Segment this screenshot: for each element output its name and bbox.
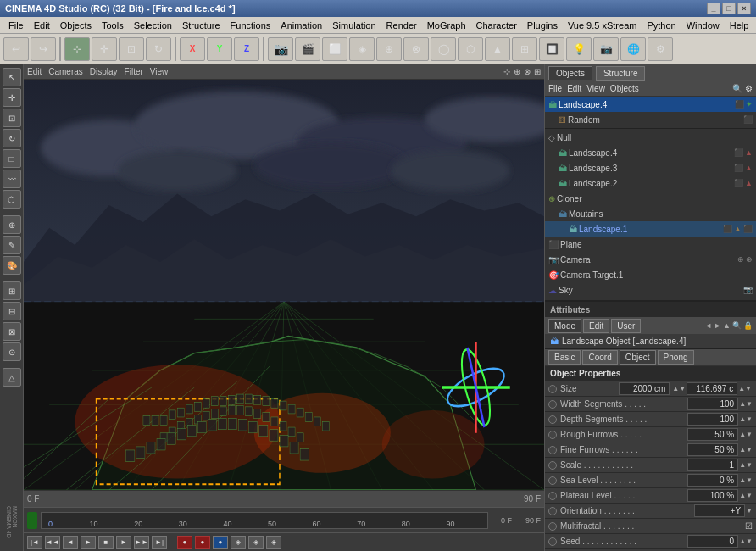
lt-rotate[interactable]: ↻ [3,129,21,147]
tool12[interactable]: 🌐 [620,37,646,61]
menu-mograph[interactable]: MoGraph [422,19,471,32]
obj-hdr-file[interactable]: File [548,84,562,93]
vh-filter[interactable]: Filter [125,67,143,76]
lt-measure[interactable]: ⊙ [3,342,21,361]
tool10[interactable]: 💡 [566,37,592,61]
attr-nav-up[interactable]: ▲ [723,321,731,330]
pb-record2[interactable]: ● [195,536,210,549]
attr-tab-edit[interactable]: Edit [583,319,609,333]
pb-stop[interactable]: ■ [98,536,114,549]
attr-search-icon[interactable]: 🔍 [732,321,742,330]
obj-hdr-view[interactable]: View [586,84,605,93]
pb-key3[interactable]: ◈ [248,536,264,549]
attr-tab-mode[interactable]: Mode [548,319,581,333]
x-axis-button[interactable]: X [180,37,205,61]
attr-nav-next[interactable]: ► [714,321,721,330]
lt-select[interactable]: ↖ [3,68,21,86]
obj-item-camera-target[interactable]: 🎯 Camera Target.1 [545,267,756,282]
timeline-indicator[interactable] [27,512,37,529]
obj-item-landscape4-null[interactable]: 🏔 Landscape.4 ⬛ ▲ [545,145,756,160]
pb-next-key[interactable]: ►► [134,536,149,549]
vh-icon1[interactable]: ⊹ [503,67,510,76]
vh-display[interactable]: Display [90,67,118,76]
select-tool[interactable]: ⊹ [64,37,90,61]
menu-functions[interactable]: Functions [225,19,276,32]
lt-scale[interactable]: ⊡ [3,109,21,127]
lt-brush[interactable]: ✎ [3,236,21,254]
tab-objects[interactable]: Objects [548,66,592,80]
menu-character[interactable]: Character [471,19,522,32]
tool2[interactable]: ◈ [349,37,375,61]
timeline-ruler[interactable]: 0 10 20 30 40 50 60 70 80 90 [41,512,488,529]
y-axis-button[interactable]: Y [207,37,232,61]
lt-box[interactable]: □ [3,149,21,168]
pb-play[interactable]: ► [81,536,96,549]
tool7[interactable]: ▲ [485,37,510,61]
menu-window[interactable]: Window [681,19,725,32]
vh-icon4[interactable]: ⊞ [534,67,541,76]
attr-prop-tab-coord[interactable]: Coord [582,350,617,365]
obj-item-landscape1[interactable]: 🏔 Landscape.1 ⬛ ▲ ⬛ [545,221,756,237]
tool4[interactable]: ⊗ [403,37,429,61]
lt-magnet[interactable]: ⊕ [3,215,21,234]
scale-tool[interactable]: ⊡ [119,37,144,61]
vh-edit[interactable]: Edit [27,67,42,76]
menu-python[interactable]: Python [642,19,681,32]
anim-button[interactable]: 🎬 [295,37,320,61]
tool3[interactable]: ⊕ [376,37,402,61]
attr-lock-icon[interactable]: 🔒 [743,321,753,330]
obj-item-mountains[interactable]: 🏔 Moutains [545,206,756,221]
menu-simulation[interactable]: Simulation [327,19,381,32]
tool5[interactable]: ◯ [431,37,456,61]
lt-axis[interactable]: ⊞ [3,281,21,300]
tool13[interactable]: ⚙ [648,37,673,61]
undo-button[interactable]: ↩ [3,37,29,61]
obj-settings-icon[interactable]: ⚙ [745,84,753,93]
vh-cameras[interactable]: Cameras [48,67,83,76]
pb-key2[interactable]: ◈ [231,536,246,549]
vh-view[interactable]: View [150,67,169,76]
pb-end[interactable]: ►| [152,536,167,549]
render-button[interactable]: 📷 [268,37,293,61]
menu-file[interactable]: File [3,19,29,32]
maximize-button[interactable]: □ [722,3,736,14]
minimize-button[interactable]: _ [707,3,720,14]
redo-button[interactable]: ↪ [31,37,56,61]
rotate-tool[interactable]: ↻ [146,37,171,61]
obj-hdr-objects[interactable]: Objects [610,84,639,93]
obj-item-landscape4-top[interactable]: 🏔 Landscape.4 ⬛ ✦ [545,97,756,112]
obj-item-cloner[interactable]: ⊕ Cloner [545,191,756,206]
tab-structure[interactable]: Structure [596,66,646,81]
obj-item-random[interactable]: ⚄ Random ⬛ [545,112,756,127]
menu-vue[interactable]: Vue 9.5 xStream [563,19,642,32]
lt-snap[interactable]: ⊠ [3,322,21,341]
lt-scene[interactable]: △ [3,368,21,387]
menu-tools[interactable]: Tools [97,19,129,32]
pb-next[interactable]: ► [116,536,131,549]
vh-icon3[interactable]: ⊗ [524,67,531,76]
menu-help[interactable]: Help [725,19,754,32]
attr-prop-tab-basic[interactable]: Basic [548,350,581,365]
tool9[interactable]: 🔲 [539,37,564,61]
z-axis-button[interactable]: Z [234,37,259,61]
pb-key4[interactable]: ◈ [266,536,281,549]
close-button[interactable]: × [737,3,751,14]
viewport-3d[interactable]: Perspective [24,80,544,490]
pb-key1[interactable]: ● [213,536,228,549]
attr-prop-tab-phong[interactable]: Phong [658,350,694,365]
pb-prev-key[interactable]: ◄◄ [45,536,60,549]
obj-search-icon[interactable]: 🔍 [732,84,742,93]
menu-plugins[interactable]: Plugins [522,19,563,32]
menu-objects[interactable]: Objects [55,19,97,32]
attr-prop-tab-object[interactable]: Object [620,350,656,365]
tool1[interactable]: ⬜ [322,37,347,61]
lt-paint[interactable]: 🎨 [3,256,21,275]
obj-item-plane[interactable]: ⬛ Plane [545,237,756,252]
obj-item-landscape3[interactable]: 🏔 Landscape.3 ⬛ ▲ [545,160,756,175]
menu-render[interactable]: Render [381,19,422,32]
menu-selection[interactable]: Selection [129,19,177,32]
obj-item-camera[interactable]: 📷 Camera ⊕ ⊕ [545,252,756,267]
lt-move[interactable]: ✛ [3,88,21,107]
pb-prev[interactable]: ◄ [63,536,78,549]
move-tool[interactable]: ✛ [92,37,117,61]
